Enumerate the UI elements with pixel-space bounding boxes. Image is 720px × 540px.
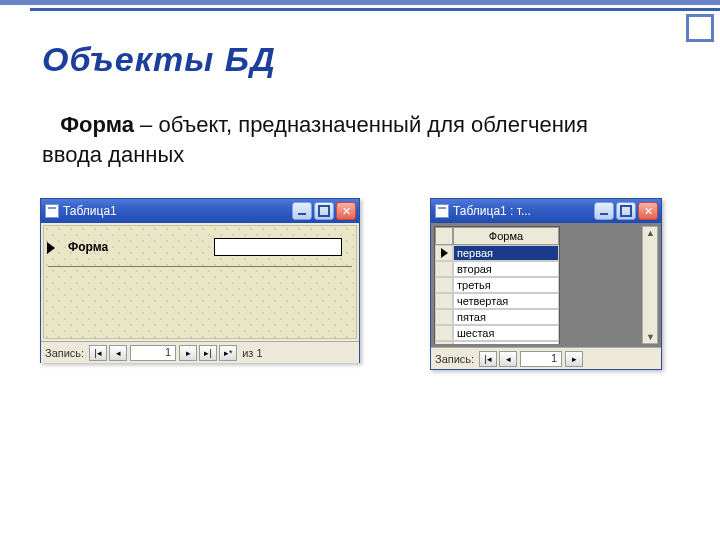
cell[interactable]: пятая [453,309,559,325]
nav-next-button[interactable]: ▸ [565,351,583,367]
table-row[interactable]: третья [435,277,559,293]
form-window: Таблица1 ✕ Форма Запись: |◂ ◂ 1 ▸ ▸| ▸* … [40,198,360,363]
table-icon [435,204,449,218]
row-selector[interactable] [435,261,453,277]
datasheet-window: Таблица1 : т... ✕ Форма первая вторая тр… [430,198,662,370]
cell[interactable]: шестая [453,325,559,341]
record-navigator: Запись: |◂ ◂ 1 ▸ [431,347,661,369]
minimize-button[interactable] [594,202,614,220]
column-header[interactable]: Форма [453,227,559,245]
field-input[interactable] [214,238,342,256]
separator [48,266,352,267]
slide-description: Форма – объект, предназначенный для обле… [42,110,652,169]
row-selector[interactable] [435,293,453,309]
row-selector[interactable] [435,277,453,293]
close-button[interactable]: ✕ [638,202,658,220]
slide-title: Объекты БД [42,40,276,79]
new-row[interactable]: * [435,341,559,344]
row-selector[interactable] [435,309,453,325]
form-window-title: Таблица1 [63,204,117,218]
nav-first-button[interactable]: |◂ [89,345,107,361]
row-selector[interactable] [435,325,453,341]
record-number-input[interactable]: 1 [520,351,562,367]
scrollbar-vertical[interactable] [642,226,658,344]
table-row[interactable]: пятая [435,309,559,325]
form-body: Форма [43,225,357,339]
record-label: Запись: [435,353,474,365]
record-navigator: Запись: |◂ ◂ 1 ▸ ▸| ▸* из 1 [41,341,359,363]
form-titlebar[interactable]: Таблица1 ✕ [41,199,359,223]
nav-first-button[interactable]: |◂ [479,351,497,367]
record-total: из 1 [242,347,262,359]
cell[interactable]: третья [453,277,559,293]
nav-prev-button[interactable]: ◂ [109,345,127,361]
form-icon [45,204,59,218]
datasheet-window-title: Таблица1 : т... [453,204,531,218]
new-row-marker-icon[interactable]: * [435,341,453,344]
maximize-button[interactable] [314,202,334,220]
datasheet-body: Форма первая вторая третья четвертая пят… [434,226,658,344]
close-button[interactable]: ✕ [336,202,356,220]
table-row[interactable]: первая [435,245,559,261]
cell[interactable]: первая [453,245,559,261]
field-label: Форма [68,240,108,254]
record-label: Запись: [45,347,84,359]
table-row[interactable]: четвертая [435,293,559,309]
nav-last-button[interactable]: ▸| [199,345,217,361]
current-record-marker-icon [47,242,55,254]
top-bar-1 [0,0,720,5]
corner-ornament [686,14,714,42]
nav-prev-button[interactable]: ◂ [499,351,517,367]
data-table: Форма первая вторая третья четвертая пят… [434,226,560,344]
cell[interactable] [453,341,559,344]
nav-next-button[interactable]: ▸ [179,345,197,361]
cell[interactable]: четвертая [453,293,559,309]
term: Форма [60,112,134,137]
record-number-input[interactable]: 1 [130,345,176,361]
row-selector[interactable] [435,245,453,261]
table-row[interactable]: шестая [435,325,559,341]
top-bar-2 [30,8,720,11]
minimize-button[interactable] [292,202,312,220]
maximize-button[interactable] [616,202,636,220]
datasheet-titlebar[interactable]: Таблица1 : т... ✕ [431,199,661,223]
select-all-corner[interactable] [435,227,453,245]
nav-new-button[interactable]: ▸* [219,345,237,361]
cell[interactable]: вторая [453,261,559,277]
table-row[interactable]: вторая [435,261,559,277]
